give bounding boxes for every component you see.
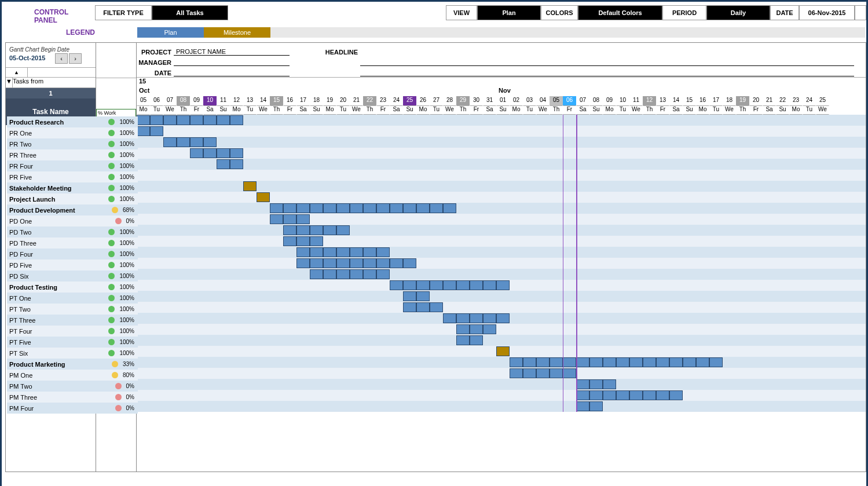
task-row[interactable]: Product Development 68%	[7, 204, 138, 215]
gantt-row	[137, 148, 866, 159]
task-row[interactable]: PR Five 100%	[7, 171, 138, 182]
task-name: PM One	[7, 370, 97, 381]
task-row[interactable]: Product Testing 100%	[7, 282, 138, 293]
gantt-bar[interactable]	[456, 324, 496, 334]
task-row[interactable]: PR Three 100%	[7, 149, 138, 160]
gantt-bar[interactable]	[137, 115, 243, 125]
gantt-bar[interactable]	[163, 137, 217, 147]
gantt-bar[interactable]	[496, 346, 510, 356]
task-name: Stakeholder Meeting	[7, 182, 97, 193]
dow-cell: Fr	[470, 105, 483, 115]
gantt-bar[interactable]	[510, 368, 576, 378]
gantt-bar[interactable]	[270, 203, 456, 213]
status-dot-icon	[108, 262, 115, 268]
dow-cell: Tu	[523, 105, 536, 115]
task-row[interactable]: Product Research 100%	[7, 116, 138, 127]
day-cell: 05	[550, 96, 563, 105]
dow-cell: We	[257, 105, 270, 115]
dow-cell: Mo	[789, 105, 803, 115]
gantt-bar[interactable]	[576, 379, 616, 389]
task-row[interactable]: Project Launch 100%	[7, 193, 138, 204]
gantt-bar[interactable]	[456, 335, 483, 345]
task-row[interactable]: Stakeholder Meeting 100%	[7, 182, 138, 193]
gantt-bar[interactable]	[296, 258, 416, 268]
status-dot-icon	[108, 328, 115, 334]
gantt-bar[interactable]	[283, 225, 350, 235]
gantt-bar[interactable]	[510, 357, 723, 367]
task-row[interactable]: PR Two 100%	[7, 138, 138, 149]
gantt-bar[interactable]	[403, 291, 430, 301]
day-cell: 29	[456, 96, 470, 105]
colors-value[interactable]: Default Colors	[578, 5, 662, 20]
day-cell: 24	[390, 96, 403, 105]
gantt-bar[interactable]	[403, 302, 443, 312]
gantt-row	[137, 203, 866, 214]
gantt-row	[137, 379, 866, 390]
gantt-bar[interactable]	[443, 313, 510, 323]
dow-cell: Mo	[510, 105, 523, 115]
task-row[interactable]: PT Six 100%	[7, 348, 138, 359]
status-dot-icon	[112, 207, 118, 213]
gantt-bar[interactable]	[296, 247, 390, 257]
task-row[interactable]: PD Four 100%	[7, 249, 138, 260]
status-dot-icon	[108, 119, 115, 125]
period-value[interactable]: Daily	[706, 5, 770, 20]
task-row[interactable]: PT One 100%	[7, 293, 138, 304]
prev-date-button[interactable]: ‹	[55, 53, 68, 64]
task-pct: 100%	[97, 271, 138, 282]
task-row[interactable]: PD One 0%	[7, 215, 138, 226]
task-row[interactable]: PD Five 100%	[7, 260, 138, 271]
task-row[interactable]: PD Three 100%	[7, 237, 138, 249]
day-cell: 14	[257, 96, 270, 105]
task-pct: 100%	[97, 138, 138, 149]
task-row[interactable]: PT Two 100%	[7, 304, 138, 315]
dow-cell: Th	[550, 105, 563, 115]
date-value[interactable]: 06-Nov-2015	[799, 5, 855, 20]
task-name: PD Four	[7, 249, 97, 260]
status-dot-icon	[112, 361, 118, 367]
calendar-header: 15OctNov05060708091011121314151617181920…	[137, 78, 866, 115]
gantt-bar[interactable]	[190, 148, 243, 158]
task-row[interactable]: PM Three 0%	[7, 392, 138, 403]
day-cell: 11	[217, 96, 230, 105]
task-name: Product Research	[7, 116, 97, 127]
project-meta: PROJECTPROJECT NAME MANAGER DATE HEADLIN…	[137, 43, 866, 78]
gantt-bar[interactable]	[217, 159, 243, 169]
task-row[interactable]: PM Two 0%	[7, 381, 138, 392]
task-name: PT Three	[7, 315, 97, 326]
gantt-bar[interactable]	[310, 269, 390, 279]
task-row[interactable]: PD Six 100%	[7, 271, 138, 282]
task-pct: 100%	[97, 282, 138, 293]
headline-value-2[interactable]	[360, 76, 854, 76]
meta-date-value[interactable]	[174, 76, 290, 76]
gantt-bar[interactable]	[576, 401, 603, 411]
gantt-bar[interactable]	[243, 181, 257, 191]
gantt-bar[interactable]	[137, 126, 163, 136]
dow-cell: Tu	[803, 105, 816, 115]
project-value[interactable]: PROJECT NAME	[174, 48, 290, 56]
collapse-up-icon[interactable]: ▲	[6, 68, 28, 77]
gantt-bar[interactable]	[283, 236, 323, 246]
task-name: PR One	[7, 127, 97, 138]
end-cell	[855, 5, 866, 20]
task-row[interactable]: PR Four 100%	[7, 160, 138, 171]
gantt-bar[interactable]	[390, 280, 510, 290]
gantt-row	[137, 368, 866, 379]
task-row[interactable]: PD Two 100%	[7, 226, 138, 237]
view-value[interactable]: Plan	[477, 5, 541, 20]
gantt-bar[interactable]	[270, 214, 310, 224]
filter-type-value[interactable]: All Tasks	[152, 5, 228, 20]
task-row[interactable]: Product Marketing 33%	[7, 359, 138, 370]
task-row[interactable]: PT Three 100%	[7, 315, 138, 326]
task-row[interactable]: PT Five 100%	[7, 337, 138, 348]
task-row[interactable]: PT Four 100%	[7, 326, 138, 337]
task-row[interactable]: PR One 100%	[7, 127, 138, 138]
gantt-bar[interactable]	[576, 390, 683, 400]
gantt-bar[interactable]	[257, 192, 270, 202]
day-cell: 03	[523, 96, 536, 105]
task-pct: 0%	[97, 215, 138, 226]
task-row[interactable]: PM One 80%	[7, 370, 138, 381]
next-date-button[interactable]: ›	[69, 53, 82, 64]
task-row[interactable]: PM Four 0%	[7, 403, 138, 414]
collapse-down-icon[interactable]: ▼	[6, 78, 13, 87]
